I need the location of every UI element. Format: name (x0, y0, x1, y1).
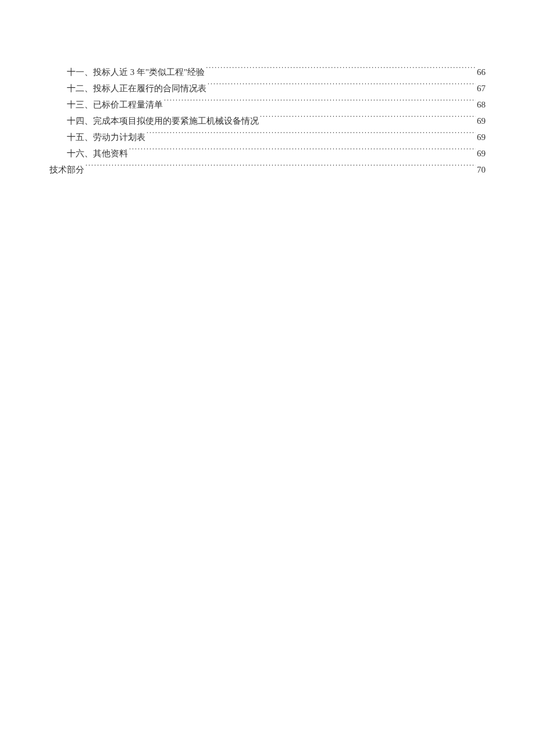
toc-entry: 十二、投标人正在履行的合同情况表 67 (49, 80, 486, 96)
toc-title: 十一、投标人近 3 年"类似工程"经验 (67, 64, 205, 80)
toc-title: 十四、完成本项目拟使用的要紧施工机械设备情况 (67, 113, 259, 129)
toc-page-number: 66 (477, 64, 486, 80)
toc-entry: 十六、其他资料 69 (49, 145, 486, 162)
toc-entry: 十三、已标价工程量清单 68 (49, 96, 486, 113)
toc-entry: 十四、完成本项目拟使用的要紧施工机械设备情况 69 (49, 113, 486, 129)
toc-entry: 十五、劳动力计划表 69 (49, 129, 486, 145)
toc-entry: 技术部分 70 (49, 162, 486, 178)
toc-page-number: 68 (477, 96, 486, 113)
toc-leader-dots (208, 83, 476, 91)
toc-leader-dots (129, 148, 476, 156)
toc-title: 十六、其他资料 (67, 145, 128, 162)
toc-page-number: 67 (477, 80, 486, 96)
toc-leader-dots (147, 131, 476, 140)
toc-page-number: 69 (477, 145, 486, 162)
toc-title: 十二、投标人正在履行的合同情况表 (67, 80, 206, 96)
toc-title: 十五、劳动力计划表 (67, 129, 145, 145)
toc-title: 技术部分 (49, 162, 84, 178)
toc-page-number: 69 (477, 129, 486, 145)
toc-leader-dots (85, 164, 476, 173)
toc-page-number: 69 (477, 113, 486, 129)
toc-title: 十三、已标价工程量清单 (67, 96, 163, 113)
toc-leader-dots (164, 99, 476, 108)
toc-leader-dots (260, 115, 476, 124)
toc-page-number: 70 (477, 162, 486, 178)
toc-leader-dots (206, 66, 476, 75)
toc-entry: 十一、投标人近 3 年"类似工程"经验 66 (49, 64, 486, 80)
table-of-contents: 十一、投标人近 3 年"类似工程"经验 66 十二、投标人正在履行的合同情况表 … (49, 64, 486, 178)
